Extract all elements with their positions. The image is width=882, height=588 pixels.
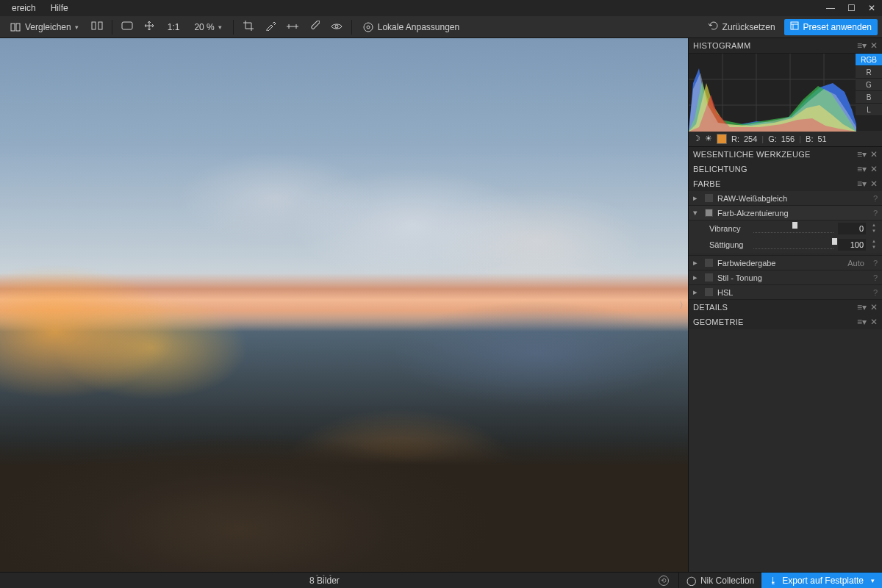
panel-wesentliche-header[interactable]: WESENTLICHE WERKZEUGE ≡▾ ✕ [689, 147, 882, 162]
enable-checkbox[interactable] [705, 209, 713, 217]
panel-menu-icon[interactable]: ≡▾ [857, 149, 867, 159]
undo-icon [708, 21, 718, 33]
maximize-button[interactable]: ☐ [841, 3, 861, 13]
panel-geometrie-header[interactable]: GEOMETRIE ≡▾ ✕ [689, 315, 882, 329]
redeye-button[interactable] [327, 19, 346, 35]
moon-icon[interactable]: ☽ [693, 134, 700, 143]
hist-channel-r[interactable]: R [856, 66, 882, 79]
svg-rect-5 [311, 21, 320, 29]
slider-thumb[interactable] [792, 222, 797, 229]
enable-checkbox[interactable] [705, 194, 713, 202]
filmstrip-summary[interactable]: • • • 8 Bilder [0, 576, 649, 586]
pan-button[interactable] [140, 19, 159, 35]
enable-checkbox[interactable] [705, 273, 713, 282]
subpanel-hsl[interactable]: ▸ HSL ? [689, 285, 882, 300]
enable-checkbox[interactable] [705, 288, 713, 296]
toolbar-separator [112, 20, 112, 35]
menu-item-bereich[interactable]: ereich [4, 3, 43, 13]
auto-label: Auto [847, 259, 864, 268]
panel-histogram-header[interactable]: HISTOGRAMM ≡▾ ✕ [689, 38, 882, 53]
local-adjust-icon [363, 22, 373, 32]
hist-channel-g[interactable]: G [856, 79, 882, 91]
fit-button[interactable] [118, 19, 137, 35]
panel-menu-icon[interactable]: ≡▾ [857, 40, 867, 51]
panel-title-label: FARBE [693, 179, 854, 188]
help-icon[interactable]: ? [873, 288, 878, 297]
panel-menu-icon[interactable]: ≡▾ [857, 179, 867, 189]
svg-rect-3 [98, 22, 102, 29]
crop-icon [243, 21, 254, 33]
help-icon[interactable]: ? [873, 259, 878, 268]
help-icon[interactable]: ? [873, 209, 878, 218]
histogram-display: RGB R G B L [689, 53, 882, 131]
svg-point-7 [364, 23, 373, 32]
horizon-icon [286, 22, 299, 32]
panel-close-icon[interactable]: ✕ [870, 317, 878, 327]
reset-label: Zurücksetzen [723, 22, 775, 32]
crop-button[interactable] [239, 19, 258, 35]
apply-preset-button[interactable]: Preset anwenden [784, 19, 878, 35]
toolbar-separator [233, 20, 234, 35]
panel-close-icon[interactable]: ✕ [870, 40, 878, 51]
slider-vibrancy: Vibrancy 0 ▲▼ [689, 220, 882, 237]
repair-button[interactable] [305, 19, 324, 35]
help-icon[interactable]: ? [873, 273, 878, 282]
subpanel-farb-akzentuierung[interactable]: ▾ Farb-Akzentuierung ? [689, 206, 882, 220]
close-button[interactable]: ✕ [861, 3, 882, 13]
panel-menu-icon[interactable]: ≡▾ [857, 164, 867, 174]
panel-menu-icon[interactable]: ≡▾ [857, 302, 867, 312]
panel-farbe-header[interactable]: FARBE ≡▾ ✕ [689, 176, 882, 191]
readout-r-label: R: [731, 135, 739, 143]
subpanel-stil-toning[interactable]: ▸ Stil - Tonung ? [689, 270, 882, 285]
slider-thumb[interactable] [832, 238, 837, 245]
readout-g-value: 156 [781, 135, 795, 143]
subpanel-label: Farb-Akzentuierung [717, 209, 869, 218]
horizon-button[interactable] [283, 19, 302, 35]
panel-menu-icon[interactable]: ≡▾ [857, 317, 867, 327]
eyedropper-wb-button[interactable] [261, 19, 280, 35]
slider-value[interactable]: 100 [838, 239, 866, 251]
enable-checkbox[interactable] [705, 259, 713, 267]
hist-channel-l[interactable]: L [856, 104, 882, 116]
hist-channel-b[interactable]: B [856, 91, 882, 104]
panel-close-icon[interactable]: ✕ [870, 149, 878, 159]
zoom-level-dropdown[interactable]: 20 % ▾ [188, 19, 227, 35]
expand-icon: ▸ [693, 258, 700, 268]
nik-icon: ◯ [686, 576, 696, 586]
minimize-button[interactable]: — [820, 3, 841, 13]
slider-track[interactable] [753, 240, 833, 249]
nik-collection-button[interactable]: ◯ Nik Collection [678, 573, 761, 588]
spinner[interactable]: ▲▼ [870, 239, 878, 251]
svg-rect-2 [92, 22, 96, 29]
local-adjustments-label: Lokale Anpassungen [378, 22, 459, 32]
subpanel-farbwiedergabe[interactable]: ▸ Farbwiedergabe Auto ? [689, 256, 882, 270]
reset-view-icon[interactable]: ⟲ [659, 576, 669, 586]
panel-close-icon[interactable]: ✕ [870, 164, 878, 174]
panel-details-header[interactable]: DETAILS ≡▾ ✕ [689, 300, 882, 315]
panel-close-icon[interactable]: ✕ [870, 302, 878, 312]
image-viewport[interactable]: 〉 [0, 38, 688, 572]
slider-value[interactable]: 0 [838, 223, 866, 234]
sun-icon[interactable]: ☀ [705, 134, 712, 143]
panel-close-icon[interactable]: ✕ [870, 179, 878, 189]
panel-title-label: GEOMETRIE [693, 318, 854, 326]
toolbar-separator [351, 20, 352, 35]
compare-button[interactable]: Vergleichen ▾ [4, 19, 85, 35]
slider-track[interactable] [753, 224, 833, 233]
help-icon[interactable]: ? [873, 194, 878, 203]
slider-label: Vibrancy [709, 224, 749, 233]
menu-item-hilfe[interactable]: Hilfe [43, 3, 76, 13]
subpanel-raw-weissabgleich[interactable]: ▸ RAW-Weißabgleich ? [689, 191, 882, 206]
local-adjustments-button[interactable]: Lokale Anpassungen [357, 19, 465, 35]
panel-belichtung-header[interactable]: BELICHTUNG ≡▾ ✕ [689, 162, 882, 176]
histogram-graph [689, 54, 856, 132]
side-by-side-button[interactable] [87, 19, 107, 35]
hist-channel-rgb[interactable]: RGB [856, 54, 882, 66]
export-button[interactable]: ⭳ Export auf Festplatte ▾ [761, 573, 882, 589]
reset-button[interactable]: Zurücksetzen [702, 19, 781, 35]
panel-collapse-handle[interactable]: 〉 [679, 295, 688, 315]
spinner[interactable]: ▲▼ [870, 223, 878, 234]
zoom-1to1-button[interactable]: 1:1 [162, 19, 186, 35]
panel-title-label: BELICHTUNG [693, 165, 854, 173]
grip-icon[interactable]: • • • [316, 572, 333, 578]
